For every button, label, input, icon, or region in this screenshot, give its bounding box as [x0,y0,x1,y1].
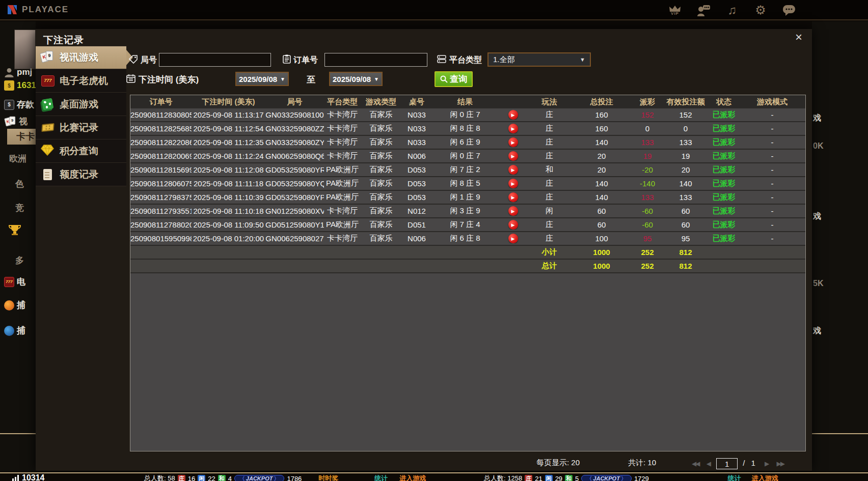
cell-round-id: GN03325908100 [265,110,324,119]
ticket-icon [41,121,55,135]
table-row[interactable]: 250908112793551 2025-09-08 11:10:18 GN01… [130,205,805,218]
lobby-video-tab[interactable]: K9 视 [4,115,28,127]
cell-order-id: 250908112822086 [130,138,192,147]
vip-crown-icon[interactable]: VIP [667,2,683,18]
fish-icon [4,300,14,310]
lobby-fishing2-tab[interactable]: 捕 [4,325,25,336]
table-row[interactable]: 250908015950998 2025-09-08 01:20:00 GN00… [130,232,805,246]
player-badge: 闲 [545,475,553,481]
cell-status: 已派彩 [709,179,739,188]
round-id-input[interactable] [159,53,271,67]
modal-tab-list: K9 视讯游戏 777 电子老虎机 桌面游戏 比赛记录 积分查询 额度记录 [36,46,126,186]
cell-result: 闲 8 庄 8 [432,124,498,133]
table-row[interactable]: 250908112825685 2025-09-08 11:12:54 GN03… [130,122,805,136]
replay-play-icon[interactable]: ▶ [508,151,518,161]
stats-button[interactable]: 统计 [374,474,388,481]
lobby-hall-item[interactable]: 欧洲 [9,153,26,164]
prev-page-icon[interactable]: ◀ [707,460,711,467]
table-row[interactable]: 250908112830805 2025-09-08 11:13:17 GN03… [130,108,805,122]
platform-type-label: 平台类型 [449,55,482,66]
edge-fragment: 戏 [813,113,821,124]
cell-bet-type: 庄 [528,234,571,243]
stats-button[interactable]: 统计 [728,474,741,481]
cell-result: 闲 0 庄 7 [432,110,498,120]
cell-result: 闲 3 庄 9 [432,206,498,216]
table-row[interactable]: 250908112788020 2025-09-08 11:09:50 GD05… [130,218,805,232]
lobby-hall-item[interactable]: 多 [15,254,24,266]
page-number-input[interactable]: 1 [716,458,738,469]
platform-type-select[interactable]: 1.全部 ▼ [487,52,591,67]
round-id-label: 局号 [141,55,157,66]
table-row[interactable]: 250908112798375 2025-09-08 11:10:39 GD05… [130,191,805,205]
search-icon [440,75,448,83]
tab-match-records[interactable]: 比赛记录 [36,116,126,139]
cell-payout: 133 [632,193,663,202]
grand-total-label: 总计 [528,261,571,271]
replay-play-icon[interactable]: ▶ [508,220,518,230]
table-row[interactable]: 250908112815699 2025-09-08 11:12:08 GD05… [130,163,805,177]
replay-play-icon[interactable]: ▶ [508,137,518,147]
cell-bet-time: 2025-09-08 11:10:39 [192,193,265,202]
cell-round-id: GN033259080ZZ [265,124,324,133]
tab-points-query[interactable]: 积分查询 [36,139,126,163]
lobby-hall-item[interactable]: 竞 [15,202,24,214]
lobby-hall-active[interactable]: 卡卡 [7,129,36,145]
tab-quota-records[interactable]: 额度记录 [36,163,126,186]
chat-icon[interactable] [781,2,797,18]
date-from-select[interactable]: 2025/09/08▼ [235,72,289,86]
replay-play-icon[interactable]: ▶ [508,192,518,202]
lobby-right-edge: 戏 0K 戏 5K 戏 [812,21,868,471]
replay-play-icon[interactable]: ▶ [508,179,518,188]
table-body: 250908112830805 2025-09-08 11:13:17 GN03… [130,108,805,246]
tab-table-games[interactable]: 桌面游戏 [36,93,126,116]
tab-video-games[interactable]: K9 视讯游戏 [36,46,126,69]
table-stats-right: 总人数: 1258 庄21 闲29 和5 〈JACKPOT〉 1729 统计 进… [484,474,778,481]
date-to-select[interactable]: 2025/09/08▼ [329,72,383,86]
music-icon[interactable]: ♫ [724,2,740,18]
cell-status: 已派彩 [709,220,739,230]
gear-icon[interactable]: ⚙ [753,2,768,18]
close-icon[interactable]: × [792,30,806,44]
modal-title: 下注记录 [43,34,84,47]
enter-game-button[interactable]: 进入游戏 [399,474,426,481]
cell-status: 已派彩 [709,110,739,120]
table-row[interactable]: 250908112822086 2025-09-08 11:12:35 GN03… [130,136,805,150]
cell-platform: 卡卡湾厅 [324,151,361,161]
replay-play-icon[interactable]: ▶ [508,165,518,175]
cell-payout: -60 [632,207,663,215]
table-row[interactable]: 250908112820069 2025-09-08 11:12:24 GN00… [130,150,805,163]
cell-platform: PA欧洲厅 [324,192,361,202]
cell-game-mode: - [739,207,805,215]
pager: ◀◀ ◀ 1 / 1 ▶ ▶▶ [692,458,784,469]
order-id-label: 订单号 [293,55,318,66]
lobby-hall-item[interactable]: 色 [15,178,24,190]
promo-label[interactable]: 时时奖 [318,474,338,481]
first-page-icon[interactable]: ◀◀ [692,460,699,467]
lobby-fishing-tab[interactable]: 捕 [4,299,25,311]
replay-play-icon[interactable]: ▶ [508,206,518,216]
lobby-rank-item[interactable] [8,224,21,236]
customer-service-icon[interactable] [696,2,711,18]
lobby-slots-tab[interactable]: 777 电 [4,276,25,288]
cell-bet-type: 庄 [528,137,571,147]
replay-play-icon[interactable]: ▶ [508,110,518,120]
cell-valid-bet: 133 [663,193,709,202]
cell-game-type: 百家乐 [361,220,401,230]
cell-order-id: 250908112788020 [130,220,192,229]
cell-table-no: D053 [401,179,432,188]
deposit-button[interactable]: $ 存款 [4,99,34,110]
tab-slots[interactable]: 777 电子老虎机 [36,69,126,93]
last-page-icon[interactable]: ▶▶ [776,460,783,467]
deposit-icon: $ [4,100,14,110]
enter-game-button[interactable]: 进入游戏 [752,474,778,481]
cell-round-id: GN033259080ZY [265,138,324,147]
order-id-input[interactable] [324,53,427,67]
cell-order-id: 250908112820069 [130,152,192,160]
replay-play-icon[interactable]: ▶ [508,124,518,133]
search-button[interactable]: 查询 [435,71,473,87]
table-row[interactable]: 250908112806075 2025-09-08 11:11:18 GD05… [130,177,805,191]
next-page-icon[interactable]: ▶ [765,460,769,467]
replay-play-icon[interactable]: ▶ [508,234,518,243]
clipboard-icon [282,54,291,64]
platform-icon [437,54,446,64]
